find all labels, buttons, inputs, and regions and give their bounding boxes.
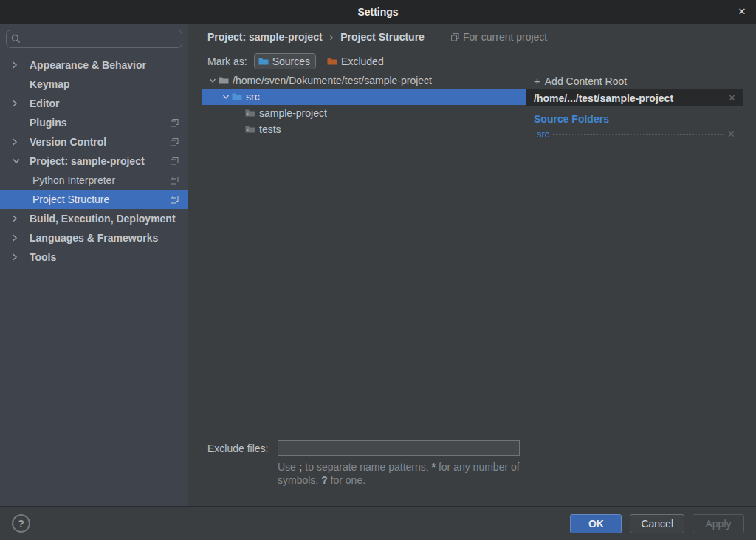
ok-button[interactable]: OK — [570, 514, 622, 533]
excluded-label: Excluded — [341, 55, 384, 67]
sidebar-item-version-control[interactable]: Version Control — [0, 132, 188, 151]
dialog-footer: ? OK Cancel Apply — [0, 506, 756, 540]
chevron-right-icon — [12, 253, 30, 262]
cancel-button[interactable]: Cancel — [630, 514, 684, 533]
source-folder-entry[interactable]: src ✕ — [526, 127, 743, 140]
content-root-path: /home/.../test/sample-project — [534, 92, 673, 104]
mark-as-label: Mark as: — [207, 55, 247, 67]
mark-as-toolbar: Mark as: Sources Excluded — [188, 50, 756, 72]
exclude-files-label: Exclude files: — [207, 442, 278, 454]
for-current-project-note: For current project — [451, 31, 547, 43]
chevron-right-icon — [12, 99, 30, 108]
folder-icon — [219, 76, 229, 85]
current-project-icon — [171, 196, 179, 204]
sidebar-item-label: Build, Execution, Deployment — [30, 213, 176, 225]
sidebar-item-project-sample-project[interactable]: Project: sample-project — [0, 151, 188, 171]
sidebar-item-label: Languages & Frameworks — [30, 232, 158, 244]
source-folder-name: src — [537, 129, 549, 140]
current-project-icon — [171, 138, 179, 146]
chevron-down-icon — [12, 158, 30, 164]
sidebar-item-plugins[interactable]: Plugins — [0, 113, 188, 132]
search-icon — [11, 34, 21, 44]
current-project-icon — [171, 119, 179, 127]
search-input[interactable] — [24, 33, 177, 44]
tree-item-label: sample-project — [259, 107, 327, 119]
tree-row-tests[interactable]: tests — [202, 121, 526, 137]
current-project-icon — [171, 157, 179, 165]
source-folder-icon — [232, 92, 242, 101]
titlebar: Settings ✕ — [0, 0, 756, 24]
add-content-root-label: Add Content Root — [545, 75, 627, 87]
context-note-label: For current project — [463, 31, 547, 43]
sidebar-item-label: Editor — [30, 98, 59, 109]
sidebar-item-languages-frameworks[interactable]: Languages & Frameworks — [0, 228, 188, 247]
sidebar-item-build-execution-deployment[interactable]: Build, Execution, Deployment — [0, 209, 188, 228]
tree-item-label: /home/sven/Dokumente/test/sample-project — [233, 75, 432, 86]
folder-icon — [245, 125, 255, 134]
sidebar-item-label: Keymap — [30, 78, 69, 90]
close-icon[interactable]: ✕ — [736, 6, 748, 18]
help-button[interactable]: ? — [12, 514, 30, 533]
tree-item-label: tests — [259, 123, 281, 135]
remove-source-folder-icon[interactable]: ✕ — [727, 129, 735, 140]
sources-label: Sources — [272, 55, 310, 67]
sidebar-item-label: Appearance & Behavior — [30, 59, 146, 71]
dotted-leader — [553, 134, 724, 135]
sidebar-item-tools[interactable]: Tools — [0, 247, 188, 267]
chevron-right-icon — [12, 61, 30, 69]
main-panel: Project: sample-project › Project Struct… — [188, 24, 756, 506]
apply-button: Apply — [693, 514, 744, 533]
add-content-root-button[interactable]: + Add Content Root — [526, 72, 743, 89]
sidebar-item-python-interpreter[interactable]: Python Interpreter — [0, 171, 188, 190]
sources-folder-icon — [258, 57, 269, 66]
content-roots-pane: + Add Content Root /home/.../test/sample… — [526, 72, 743, 493]
chevron-down-icon[interactable] — [207, 78, 219, 83]
exclude-files-help-text: Use ; to separate name patterns, * for a… — [278, 460, 526, 487]
content-panels: /home/sven/Dokumente/test/sample-project… — [202, 72, 743, 493]
settings-menu: Appearance & Behavior Keymap Editor Plug… — [0, 55, 188, 267]
page-title: Project Structure — [340, 31, 425, 43]
sidebar-item-label: Project Structure — [32, 194, 109, 205]
remove-content-root-icon[interactable]: ✕ — [728, 92, 736, 103]
chevron-down-icon[interactable] — [220, 95, 232, 100]
window-title: Settings — [357, 6, 398, 18]
sidebar-item-label: Tools — [30, 251, 56, 263]
current-project-icon — [451, 33, 459, 41]
breadcrumb-project: Project: sample-project — [207, 31, 323, 43]
plus-icon: + — [534, 75, 540, 86]
mark-sources-button[interactable]: Sources — [254, 53, 316, 69]
sidebar-item-keymap[interactable]: Keymap — [0, 75, 188, 94]
tree-row-src[interactable]: src — [202, 89, 526, 105]
folder-icon — [245, 109, 255, 117]
exclude-files-input[interactable] — [278, 440, 520, 456]
tree-item-label: src — [246, 91, 260, 103]
chevron-right-icon — [12, 137, 30, 146]
tree-row-content-root[interactable]: /home/sven/Dokumente/test/sample-project — [202, 72, 526, 89]
source-folders-heading: Source Folders — [526, 106, 743, 127]
search-box[interactable] — [6, 30, 182, 48]
breadcrumb-separator-icon: › — [330, 31, 334, 43]
sidebar-item-appearance-behavior[interactable]: Appearance & Behavior — [0, 55, 188, 75]
sidebar-item-label: Python Interpreter — [32, 174, 115, 186]
sidebar-item-project-structure[interactable]: Project Structure — [0, 190, 188, 209]
sidebar-item-label: Version Control — [30, 136, 106, 148]
sidebar-item-editor[interactable]: Editor — [0, 94, 188, 113]
exclude-files-section: Exclude files: Use ; to separate name pa… — [202, 440, 526, 493]
sidebar-item-label: Project: sample-project — [30, 155, 145, 167]
chevron-right-icon — [12, 214, 30, 223]
mark-excluded-button[interactable]: Excluded — [323, 53, 390, 69]
tree-row-sample-project[interactable]: sample-project — [202, 105, 526, 121]
content-root-entry[interactable]: /home/.../test/sample-project ✕ — [526, 89, 743, 106]
sidebar-item-label: Plugins — [30, 117, 67, 129]
excluded-folder-icon — [327, 57, 337, 66]
settings-sidebar: Appearance & Behavior Keymap Editor Plug… — [0, 24, 188, 506]
project-tree-pane: /home/sven/Dokumente/test/sample-project… — [202, 72, 526, 493]
chevron-right-icon — [12, 233, 30, 242]
breadcrumb: Project: sample-project › Project Struct… — [188, 24, 756, 50]
current-project-icon — [171, 177, 179, 185]
